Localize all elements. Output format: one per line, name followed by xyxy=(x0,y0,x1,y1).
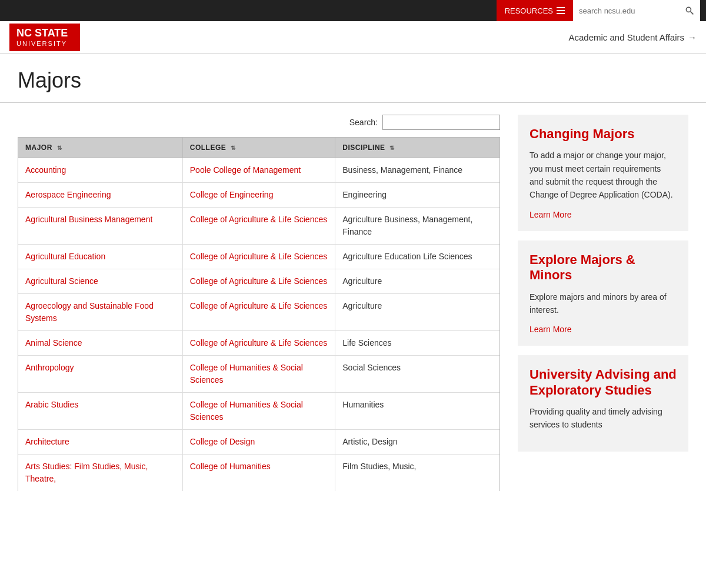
table-header-row: MAJOR ⇅ COLLEGE ⇅ DISCIPLINE ⇅ xyxy=(18,137,500,158)
table-row: AnthropologyCollege of Humanities & Soci… xyxy=(18,355,500,392)
major-link[interactable]: Agricultural Business Management xyxy=(25,215,152,224)
cell-discipline: Social Sciences xyxy=(335,355,500,392)
table-row: Animal ScienceCollege of Agriculture & L… xyxy=(18,330,500,355)
major-link[interactable]: Agricultural Science xyxy=(25,276,98,286)
table-row: Agricultural ScienceCollege of Agricultu… xyxy=(18,269,500,293)
cell-discipline: Engineering xyxy=(335,182,500,207)
cell-discipline: Artistic, Design xyxy=(335,429,500,454)
cell-discipline: Agriculture Business, Management, Financ… xyxy=(335,207,500,244)
cell-college: College of Humanities & Social Sciences xyxy=(182,392,335,429)
college-link[interactable]: Poole College of Management xyxy=(190,165,301,175)
logo-bar: NC STATE UNIVERSITY Academic and Student… xyxy=(0,21,706,54)
search-label: Search: xyxy=(349,118,378,127)
major-link[interactable]: Anthropology xyxy=(25,363,74,372)
learn-more-link[interactable]: Learn More xyxy=(530,325,572,334)
hamburger-icon xyxy=(557,7,565,14)
sidebar-card-title: Changing Majors xyxy=(530,126,677,142)
college-link[interactable]: College of Agriculture & Life Sciences xyxy=(190,301,327,310)
sidebar: Changing MajorsTo add a major or change … xyxy=(518,115,688,461)
college-link[interactable]: College of Engineering xyxy=(190,190,274,199)
major-link[interactable]: Agricultural Education xyxy=(25,252,105,261)
sidebar-card-university-advising: University Advising and Exploratory Stud… xyxy=(518,355,688,452)
table-row: Arabic StudiesCollege of Humanities & So… xyxy=(18,392,500,429)
col-discipline[interactable]: DISCIPLINE ⇅ xyxy=(335,137,500,158)
col-major[interactable]: MAJOR ⇅ xyxy=(18,137,183,158)
cell-major: Anthropology xyxy=(18,355,183,392)
sort-college-icon: ⇅ xyxy=(231,145,236,151)
cell-major: Aerospace Engineering xyxy=(18,182,183,207)
cell-college: College of Agriculture & Life Sciences xyxy=(182,269,335,293)
cell-college: College of Agriculture & Life Sciences xyxy=(182,244,335,269)
major-link[interactable]: Arabic Studies xyxy=(25,400,78,409)
college-link[interactable]: College of Design xyxy=(190,437,255,446)
page-title: Majors xyxy=(18,68,688,93)
global-search-bar xyxy=(573,0,700,21)
sidebar-card-text: Explore majors and minors by area of int… xyxy=(530,290,677,317)
sidebar-card-text: Providing quality and timely advising se… xyxy=(530,405,677,432)
college-link[interactable]: College of Humanities & Social Sciences xyxy=(190,363,303,385)
cell-major: Agroecology and Sustainable Food Systems xyxy=(18,293,183,330)
sort-discipline-icon: ⇅ xyxy=(389,145,395,151)
sort-major-icon: ⇅ xyxy=(57,145,62,151)
major-link[interactable]: Architecture xyxy=(25,437,69,446)
college-link[interactable]: College of Agriculture & Life Sciences xyxy=(190,215,327,224)
college-link[interactable]: College of Agriculture & Life Sciences xyxy=(190,338,327,348)
search-row: Search: xyxy=(18,115,500,130)
global-search-button[interactable] xyxy=(679,0,700,21)
logo-line2: UNIVERSITY xyxy=(16,40,73,48)
search-icon xyxy=(685,6,694,15)
cell-college: College of Agriculture & Life Sciences xyxy=(182,293,335,330)
table-row: AccountingPoole College of ManagementBus… xyxy=(18,158,500,182)
page-title-area: Majors xyxy=(0,54,706,102)
major-link[interactable]: Accounting xyxy=(25,165,66,175)
resources-label: RESOURCES xyxy=(505,6,553,15)
table-row: ArchitectureCollege of DesignArtistic, D… xyxy=(18,429,500,454)
major-link[interactable]: Animal Science xyxy=(25,338,82,348)
cell-major: Agricultural Business Management xyxy=(18,207,183,244)
cell-discipline: Business, Management, Finance xyxy=(335,158,500,182)
cell-college: Poole College of Management xyxy=(182,158,335,182)
major-link[interactable]: Arts Studies: Film Studies, Music, Theat… xyxy=(25,462,148,483)
academic-link-text: Academic and Student Affairs xyxy=(568,32,684,42)
cell-discipline: Agriculture Education Life Sciences xyxy=(335,244,500,269)
college-link[interactable]: College of Humanities & Social Sciences xyxy=(190,400,303,422)
cell-college: College of Agriculture & Life Sciences xyxy=(182,207,335,244)
cell-discipline: Agriculture xyxy=(335,293,500,330)
learn-more-link[interactable]: Learn More xyxy=(530,210,572,219)
major-link[interactable]: Agroecology and Sustainable Food Systems xyxy=(25,301,154,323)
svg-line-1 xyxy=(691,12,694,15)
table-section: Search: MAJOR ⇅ COLLEGE ⇅ DISCIPLINE ⇅ xyxy=(18,115,500,491)
global-search-input[interactable] xyxy=(573,0,679,21)
cell-major: Animal Science xyxy=(18,330,183,355)
table-row: Agroecology and Sustainable Food Systems… xyxy=(18,293,500,330)
sidebar-card-changing-majors: Changing MajorsTo add a major or change … xyxy=(518,115,688,231)
table-row: Agricultural EducationCollege of Agricul… xyxy=(18,244,500,269)
majors-table: MAJOR ⇅ COLLEGE ⇅ DISCIPLINE ⇅ Accountin… xyxy=(18,137,500,491)
resources-button[interactable]: RESOURCES xyxy=(497,0,573,21)
academic-student-affairs-link[interactable]: Academic and Student Affairs → xyxy=(568,32,697,42)
cell-discipline: Life Sciences xyxy=(335,330,500,355)
major-link[interactable]: Aerospace Engineering xyxy=(25,190,111,199)
table-row: Aerospace EngineeringCollege of Engineer… xyxy=(18,182,500,207)
cell-major: Agricultural Science xyxy=(18,269,183,293)
cell-discipline: Film Studies, Music, xyxy=(335,454,500,491)
college-link[interactable]: College of Humanities xyxy=(190,462,271,471)
sidebar-card-title: Explore Majors & Minors xyxy=(530,252,677,283)
cell-college: College of Agriculture & Life Sciences xyxy=(182,330,335,355)
col-college[interactable]: COLLEGE ⇅ xyxy=(182,137,335,158)
college-link[interactable]: College of Agriculture & Life Sciences xyxy=(190,276,327,286)
college-link[interactable]: College of Agriculture & Life Sciences xyxy=(190,252,327,261)
svg-point-0 xyxy=(686,7,691,12)
sidebar-card-title: University Advising and Exploratory Stud… xyxy=(530,367,677,398)
main-layout: Search: MAJOR ⇅ COLLEGE ⇅ DISCIPLINE ⇅ xyxy=(0,103,706,503)
sidebar-card-text: To add a major or change your major, you… xyxy=(530,149,677,202)
cell-college: College of Engineering xyxy=(182,182,335,207)
cell-college: College of Humanities & Social Sciences xyxy=(182,355,335,392)
cell-college: College of Humanities xyxy=(182,454,335,491)
nc-state-logo: NC STATE UNIVERSITY xyxy=(9,24,80,51)
cell-major: Architecture xyxy=(18,429,183,454)
cell-major: Agricultural Education xyxy=(18,244,183,269)
table-row: Agricultural Business ManagementCollege … xyxy=(18,207,500,244)
table-search-input[interactable] xyxy=(382,115,500,130)
table-row: Arts Studies: Film Studies, Music, Theat… xyxy=(18,454,500,491)
